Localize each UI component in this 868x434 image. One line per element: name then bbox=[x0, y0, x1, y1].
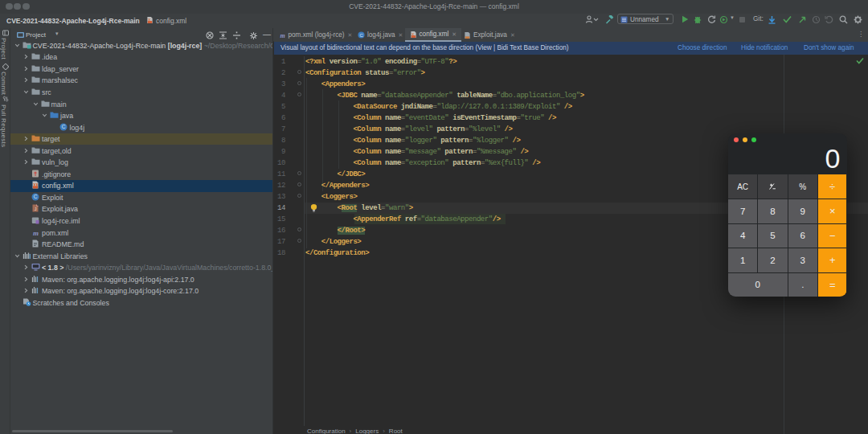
svg-text:J: J bbox=[35, 207, 37, 211]
svg-text:C: C bbox=[61, 124, 65, 129]
svg-text:m: m bbox=[33, 228, 39, 236]
svg-text:C: C bbox=[359, 33, 362, 38]
svg-text:m: m bbox=[280, 32, 285, 39]
svg-text:C: C bbox=[34, 194, 38, 199]
